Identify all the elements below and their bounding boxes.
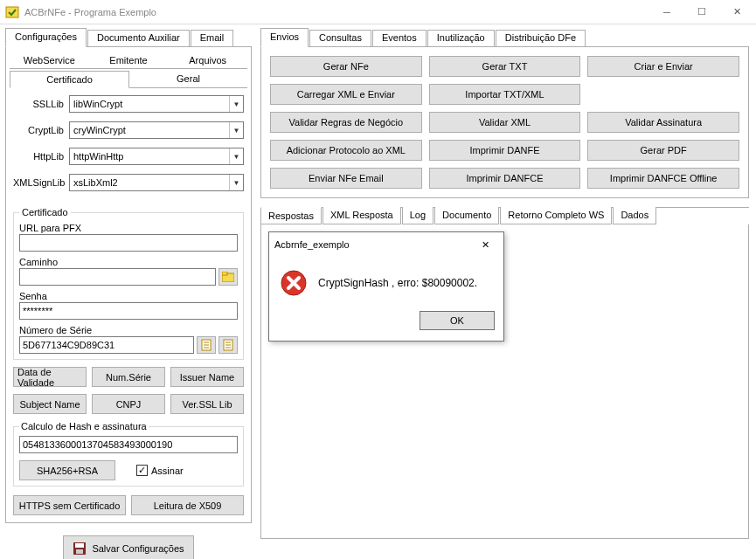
error-dialog: Acbrnfe_exemplo ✕ CryptSignHash , erro: …: [268, 231, 504, 342]
document-icon: [201, 339, 212, 351]
httplib-label: HttpLib: [13, 151, 69, 162]
validar-regras-button[interactable]: Validar Regras de Negócio: [270, 112, 422, 133]
numserie-input[interactable]: 5D677134C9D89C31: [19, 336, 194, 354]
numserie-label: Número de Série: [19, 325, 238, 335]
save-icon: [73, 542, 87, 556]
tab-eventos[interactable]: Eventos: [372, 30, 427, 47]
importar-txt-xml-button[interactable]: Importar TXT/XML: [429, 84, 581, 105]
app-icon: [5, 5, 19, 19]
tab-log[interactable]: Log: [402, 207, 433, 224]
chevron-down-icon: ▼: [229, 96, 243, 112]
caminho-browse-button[interactable]: [218, 268, 238, 286]
chevron-down-icon: ▼: [229, 122, 243, 138]
enviar-nfe-email-button[interactable]: Enviar NFe Email: [270, 168, 422, 189]
svg-rect-2: [222, 272, 227, 275]
gerar-nfe-button[interactable]: Gerar NFe: [270, 56, 422, 77]
validar-xml-button[interactable]: Validar XML: [429, 112, 581, 133]
titlebar: ACBrNFe - Programa Exemplo ─ ☐ ✕: [0, 0, 756, 24]
data-validade-button[interactable]: Data de Validade: [13, 367, 87, 387]
chevron-down-icon: ▼: [229, 175, 243, 190]
dialog-close-button[interactable]: ✕: [472, 239, 498, 251]
sha256-rsa-button[interactable]: SHA256+RSA: [19, 460, 115, 480]
url-pfx-input[interactable]: [19, 234, 238, 252]
ver-ssl-lib-button[interactable]: Ver.SSL Lib: [170, 394, 244, 414]
tab-consultas[interactable]: Consultas: [309, 30, 371, 47]
inner-tabset-row1: WebService Emitente Arquivos: [10, 52, 247, 69]
svg-rect-0: [6, 7, 18, 17]
imprimir-danfce-offline-button[interactable]: Imprimir DANFCE Offline: [587, 168, 739, 189]
assinar-label: Assinar: [151, 466, 184, 476]
right-tabset: Envios Consultas Eventos Inutilização Di…: [260, 28, 749, 47]
adicionar-protocolo-button[interactable]: Adicionar Protocolo ao XML: [270, 140, 422, 161]
imprimir-danfce-button[interactable]: Imprimir DANFCE: [429, 168, 581, 189]
tab-distribuicao-dfe[interactable]: Distribuição DFe: [496, 30, 586, 47]
tab-respostas[interactable]: Respostas: [260, 207, 322, 224]
document-icon: [223, 339, 233, 351]
tab-retorno-completo[interactable]: Retorno Completo WS: [500, 207, 612, 224]
checkbox-icon: ✓: [136, 465, 148, 476]
issuer-name-button[interactable]: Issuer Name: [170, 367, 244, 387]
tab-arquivos[interactable]: Arquivos: [168, 52, 247, 69]
cnpj-button[interactable]: CNPJ: [92, 394, 165, 414]
tab-configuracoes[interactable]: Configurações: [5, 28, 87, 47]
https-sem-cert-button[interactable]: HTTPS sem Certificado: [13, 495, 126, 515]
folder-icon: [222, 272, 234, 282]
tab-inutilizacao[interactable]: Inutilização: [427, 30, 495, 47]
dialog-title: Acbrnfe_exemplo: [274, 239, 350, 250]
tab-envios[interactable]: Envios: [260, 28, 309, 47]
senha-label: Senha: [19, 291, 238, 301]
xmlsignlib-label: XMLSignLib: [13, 177, 69, 188]
hash-group: Calculo de Hash e assinatura 05481336000…: [13, 421, 244, 487]
lower-tabset: Respostas XML Resposta Log Documento Ret…: [260, 207, 749, 224]
tab-geral[interactable]: Geral: [129, 71, 247, 88]
tab-documento[interactable]: Documento: [434, 207, 499, 224]
xmlsignlib-combo[interactable]: xsLibXml2▼: [69, 174, 244, 191]
dialog-ok-button[interactable]: OK: [420, 311, 495, 330]
tab-webservice[interactable]: WebService: [10, 52, 89, 69]
tab-certificado[interactable]: Certificado: [10, 71, 129, 88]
ssllib-combo[interactable]: libWinCrypt▼: [69, 95, 244, 113]
svg-rect-7: [76, 549, 83, 554]
respostas-panel: Acbrnfe_exemplo ✕ CryptSignHash , erro: …: [260, 224, 749, 539]
tab-documento-auxiliar[interactable]: Documento Auxiliar: [87, 30, 190, 47]
criar-enviar-button[interactable]: Criar e Enviar: [587, 56, 739, 77]
ssllib-label: SSLLib: [13, 99, 69, 109]
tab-dados[interactable]: Dados: [613, 207, 656, 224]
error-icon: [280, 269, 308, 297]
tab-email[interactable]: Email: [191, 30, 234, 47]
validar-assinatura-button[interactable]: Validar Assinatura: [587, 112, 739, 133]
numserie-button-2[interactable]: [218, 336, 238, 354]
assinar-checkbox[interactable]: ✓ Assinar: [136, 465, 184, 476]
inner-tabset-row2: Certificado Geral: [10, 71, 247, 88]
close-button[interactable]: ✕: [719, 0, 754, 24]
senha-input[interactable]: ********: [19, 302, 238, 320]
cryptlib-combo[interactable]: cryWinCrypt▼: [69, 121, 244, 139]
hash-input[interactable]: 0548133600013704583493000190: [19, 436, 238, 453]
url-pfx-label: URL para PFX: [19, 223, 238, 233]
cryptlib-label: CryptLib: [13, 125, 69, 135]
chevron-down-icon: ▼: [229, 148, 243, 164]
left-tabset: Configurações Documento Auxiliar Email: [5, 28, 252, 47]
httplib-combo[interactable]: httpWinHttp▼: [69, 148, 244, 165]
caminho-input[interactable]: [19, 268, 216, 286]
svg-rect-6: [75, 543, 84, 548]
imprimir-danfe-button[interactable]: Imprimir DANFE: [429, 140, 581, 161]
gerar-txt-button[interactable]: Gerar TXT: [429, 56, 581, 77]
gerar-pdf-button[interactable]: Gerar PDF: [587, 140, 739, 161]
numserie-button-1[interactable]: [197, 336, 216, 354]
minimize-button[interactable]: ─: [649, 0, 684, 24]
salvar-config-button[interactable]: Salvar Configurações: [63, 535, 194, 559]
maximize-button[interactable]: ☐: [684, 0, 719, 24]
tab-emitente[interactable]: Emitente: [89, 52, 169, 69]
carregar-xml-enviar-button[interactable]: Carregar XML e Enviar: [270, 84, 422, 105]
certificado-group: Certificado URL para PFX Caminho Senha *…: [13, 207, 244, 360]
dialog-message: CryptSignHash , erro: $80090002.: [318, 277, 477, 289]
subject-name-button[interactable]: Subject Name: [13, 394, 87, 414]
num-serie-button[interactable]: Num.Série: [92, 367, 165, 387]
certificado-legend: Certificado: [19, 207, 71, 217]
action-grid: Gerar NFe Gerar TXT Criar e Enviar Carre…: [270, 56, 739, 189]
window-title: ACBrNFe - Programa Exemplo: [24, 7, 649, 17]
leitura-x509-button[interactable]: Leitura de X509: [131, 495, 244, 515]
tab-xml-resposta[interactable]: XML Resposta: [323, 207, 401, 224]
caminho-label: Caminho: [19, 257, 238, 267]
